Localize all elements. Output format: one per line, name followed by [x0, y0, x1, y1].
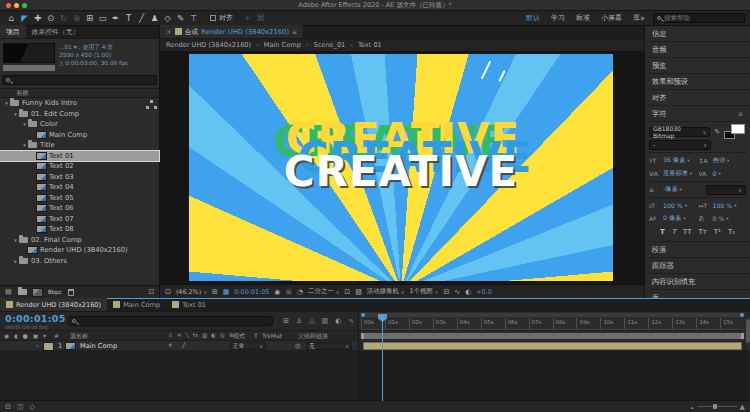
- effects-switch-icon[interactable]: fx: [193, 332, 198, 338]
- parent-select[interactable]: 无 ∨: [306, 342, 352, 350]
- panel-preview[interactable]: 预览: [645, 58, 750, 74]
- panel-audio[interactable]: 音频: [645, 42, 750, 58]
- show-channels-icon[interactable]: ◔: [297, 288, 303, 296]
- resolution-select[interactable]: 二分之一 ∨: [308, 287, 339, 296]
- expand-layer-switches-icon[interactable]: ⊟: [5, 403, 11, 411]
- twirl-icon[interactable]: ▾▸: [12, 258, 19, 264]
- eye-column-icon[interactable]: ◉: [4, 332, 9, 339]
- layer-color-swatch[interactable]: [44, 343, 53, 350]
- timeline-search-input[interactable]: [68, 316, 273, 326]
- zoom-out-mountain-icon[interactable]: ▴: [691, 404, 694, 410]
- snapping-control[interactable]: 对齐: [210, 13, 233, 23]
- pen-tool[interactable]: ✒: [109, 12, 122, 25]
- tab-effect-controls[interactable]: 效果控件（无）: [26, 25, 86, 38]
- quality-switch-icon[interactable]: ╲: [186, 332, 189, 338]
- workspace-overflow-icon[interactable]: »: [640, 14, 645, 23]
- frame-blend-switch-icon[interactable]: ▥: [202, 332, 207, 338]
- panel-align[interactable]: 对齐: [645, 90, 750, 106]
- view-layout-select[interactable]: 1个视图 ∨: [409, 287, 438, 296]
- pixel-aspect-icon[interactable]: ⊟: [443, 288, 449, 296]
- project-tree-item[interactable]: ▾▸ Text 06: [0, 203, 159, 214]
- project-tree-item[interactable]: ▾▸ 02. Final Comp: [0, 235, 159, 246]
- project-tree-item[interactable]: ▾▸ Text 01: [0, 151, 159, 162]
- number-column-header[interactable]: #: [54, 332, 59, 339]
- expand-layer-icon[interactable]: ›: [36, 342, 39, 350]
- panel-paragraph[interactable]: 段落: [645, 242, 750, 258]
- faux-italic-button[interactable]: T: [672, 228, 676, 236]
- t-column-header[interactable]: T: [254, 332, 258, 339]
- leading-control[interactable]: ↕A 自动 ▾: [699, 156, 747, 165]
- mini-flowchart-icon[interactable]: ⊞: [283, 317, 289, 325]
- panel-info[interactable]: 信息: [645, 26, 750, 42]
- panel-effects-presets[interactable]: 效果和预设: [645, 74, 750, 90]
- workspace-tab-learn[interactable]: 学习: [551, 13, 565, 23]
- always-preview-icon[interactable]: ⊡: [165, 288, 171, 296]
- region-of-interest-icon[interactable]: ⊡: [344, 288, 350, 296]
- shy-switch-icon[interactable]: ♙: [168, 332, 173, 338]
- project-tree-item[interactable]: ▾▸ Text 05: [0, 193, 159, 204]
- snap-checkbox[interactable]: [210, 15, 216, 21]
- panel-menu-icon[interactable]: ≡: [292, 28, 297, 35]
- lock-column-icon[interactable]: ▣: [33, 332, 39, 339]
- workspace-tab-standard[interactable]: 标准: [576, 13, 590, 23]
- font-size-control[interactable]: ᴛT 36 像素 ▾: [649, 156, 697, 165]
- font-style-select[interactable]: - ∨: [649, 140, 711, 150]
- rotation-tool[interactable]: ↻: [57, 12, 70, 25]
- source-name-column-header[interactable]: 源名称: [70, 332, 88, 341]
- layer-row-main-comp[interactable]: › 1 Main Comp ✳ ╱ 正常 ∨ ◎ 无 ∨: [0, 341, 750, 351]
- zoom-in-mountain-icon[interactable]: ▲: [740, 403, 745, 411]
- expand-inout-icon[interactable]: ◇: [30, 403, 35, 411]
- zoom-window-button[interactable]: [22, 3, 27, 8]
- pickwhip-icon[interactable]: ◎: [295, 342, 301, 350]
- twirl-icon[interactable]: ▾▸: [21, 142, 28, 148]
- magnification-select[interactable]: (46.2%) ∨: [176, 288, 207, 296]
- workspace-tab-libraries[interactable]: 库: [633, 13, 640, 23]
- snapshot-icon[interactable]: ◉: [274, 288, 280, 296]
- blend-mode-select[interactable]: 正常 ∨: [230, 342, 266, 350]
- tsume-control[interactable]: あ 0 % ▾: [699, 214, 747, 223]
- timeline-tab-main-comp[interactable]: Main Comp: [107, 298, 166, 311]
- zoom-slider-track[interactable]: [697, 406, 737, 407]
- close-window-button[interactable]: [6, 3, 11, 8]
- selection-tool[interactable]: ◤: [18, 12, 31, 25]
- project-bit-depth[interactable]: 8bpc: [48, 289, 62, 295]
- time-ruler[interactable]: 00s01s02s03s04s05s06s07s08s09s10s11s12s1…: [358, 312, 746, 330]
- frame-blend-icon[interactable]: ▥: [322, 317, 329, 325]
- small-caps-button[interactable]: Tᴛ: [698, 228, 706, 236]
- timeline-navigator[interactable]: [361, 313, 744, 317]
- solo-column-icon[interactable]: ●: [22, 332, 27, 339]
- exposure-icon[interactable]: ◐: [465, 288, 471, 296]
- show-snapshot-icon[interactable]: ▣: [285, 288, 292, 296]
- shape-tool[interactable]: ▭: [96, 12, 109, 25]
- brush-tool[interactable]: ╱: [135, 12, 148, 25]
- timeline-zoom-control[interactable]: ▴ ▲: [691, 403, 745, 411]
- project-tree-item[interactable]: ▾▸ 03. Others: [0, 256, 159, 267]
- hide-shy-icon[interactable]: ♙: [296, 317, 302, 325]
- trash-icon[interactable]: [68, 289, 74, 296]
- workspace-tab-default[interactable]: 默认: [526, 13, 540, 23]
- project-tree-item[interactable]: ▾▸ Text 08: [0, 224, 159, 235]
- project-tree-item[interactable]: ▾▸ Text 03: [0, 172, 159, 183]
- project-tree-item[interactable]: ▾▸ Color: [0, 119, 159, 130]
- collapse-switch-icon[interactable]: ✳: [177, 332, 182, 338]
- layer-duration-bar[interactable]: [363, 342, 742, 350]
- zoom-tool[interactable]: ⊙: [44, 12, 57, 25]
- baseline-shift-control[interactable]: Aª 0 像素 ▾: [649, 214, 697, 223]
- tracking-control[interactable]: VA 0 ▾: [699, 170, 747, 177]
- label-column-header[interactable]: ✦: [42, 332, 47, 339]
- project-search-input[interactable]: [2, 75, 157, 85]
- transparency-grid-icon[interactable]: ▨: [355, 288, 362, 296]
- active-camera-select[interactable]: 活动摄像机 ∨: [367, 287, 405, 296]
- twirl-icon[interactable]: ▾▸: [12, 111, 19, 117]
- audio-column-icon[interactable]: ◖: [14, 332, 17, 339]
- project-tree-item[interactable]: ▾▸ Title: [0, 140, 159, 151]
- collapse-transformations-switch[interactable]: ✳: [168, 342, 173, 348]
- panel-menu-icon[interactable]: ≡: [738, 110, 743, 117]
- twirl-icon[interactable]: ▾▸: [21, 121, 28, 127]
- project-tree-item[interactable]: ▾▸ 01. Edit Comp: [0, 109, 159, 120]
- roto-brush-tool[interactable]: ✎: [174, 12, 187, 25]
- faux-bold-button[interactable]: T: [660, 228, 665, 236]
- project-tree-item[interactable]: ▾▸ Funny Kids Intro: [0, 98, 159, 109]
- subscript-button[interactable]: T₁: [728, 228, 735, 236]
- adjustment-switch-icon[interactable]: ◎: [220, 332, 225, 338]
